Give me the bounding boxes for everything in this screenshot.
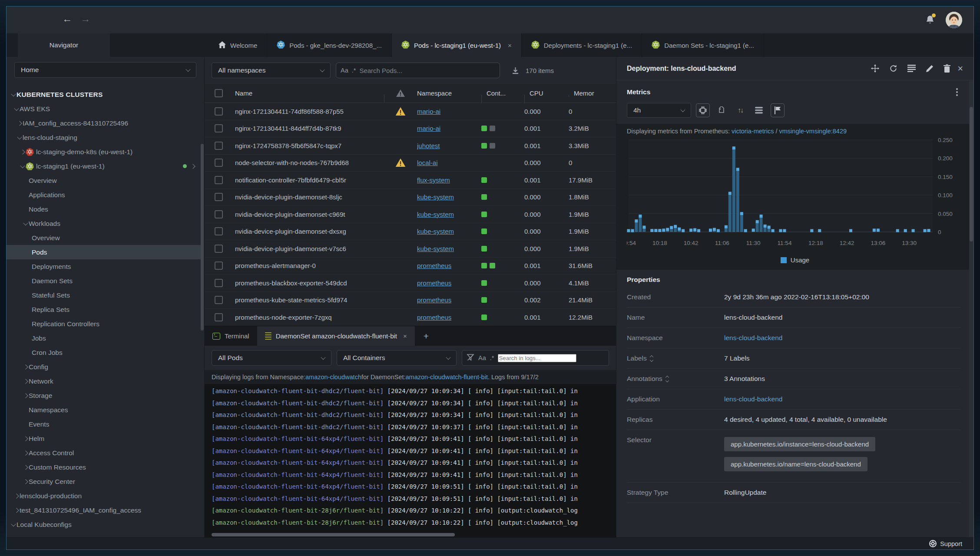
sidebar-item-cron-jobs[interactable]: Cron Jobs	[7, 345, 201, 360]
sidebar-item-replica-sets[interactable]: Replica Sets	[7, 302, 201, 317]
chevron-down-icon[interactable]	[22, 222, 29, 225]
dock-tab-terminal[interactable]: Terminal	[205, 326, 257, 346]
namespace-link[interactable]: prometheus	[417, 262, 451, 269]
namespace-link[interactable]: local-ai	[417, 159, 438, 166]
navigator-tab[interactable]: Navigator	[18, 33, 110, 57]
row-checkbox[interactable]	[215, 210, 223, 218]
table-row[interactable]: prometheus-blackbox-exporter-549dcdprome…	[205, 275, 616, 292]
column-header-cpu[interactable]: CPU	[524, 89, 569, 97]
row-checkbox[interactable]	[215, 159, 223, 167]
namespace-link[interactable]: kube-system	[417, 211, 454, 218]
support-button[interactable]: Support	[929, 540, 962, 547]
sidebar-item-iam-config-access-841310725496[interactable]: IAM_config_access-841310725496	[7, 116, 201, 130]
table-row[interactable]: notification-controller-7bfbfd6479-cbl5r…	[205, 172, 616, 189]
selector-badge[interactable]: app.kubernetes.io/instance=lens-cloud-ba…	[724, 437, 875, 451]
namespace-link[interactable]: flux-system	[417, 176, 450, 184]
column-header-namespace[interactable]: Namespace	[417, 89, 481, 97]
chevron-right-icon[interactable]	[22, 394, 29, 397]
namespace-link[interactable]: prometheus	[417, 296, 451, 304]
sidebar-item-jobs[interactable]: Jobs	[7, 331, 201, 345]
chevron-down-icon[interactable]	[10, 523, 17, 526]
log-info-namespace-link[interactable]: amazon-cloudwatch	[305, 374, 361, 381]
tab-welcome[interactable]: Welcome	[209, 33, 267, 57]
log-info-daemonset-link[interactable]: amazon-cloudwatch-fluent-bit	[406, 374, 488, 381]
new-dock-tab-button[interactable]: +	[415, 326, 437, 346]
namespace-link[interactable]: prometheus	[417, 314, 451, 321]
tab-daemon-sets-lc-staging1-e[interactable]: Daemon Sets - lc-staging1 (e...	[642, 33, 764, 57]
detail-scrollbar[interactable]	[970, 107, 973, 242]
sidebar-scrollbar[interactable]	[201, 144, 204, 331]
sidebar-item-nodes[interactable]: Nodes	[7, 202, 201, 216]
sidebar-item-workloads[interactable]: Workloads	[7, 216, 201, 231]
table-row[interactable]: prometheus-node-exporter-7zgxqprometheus…	[205, 309, 616, 326]
chevron-right-icon[interactable]	[22, 451, 29, 455]
pods-search-input[interactable]	[359, 67, 495, 74]
table-row[interactable]: prometheus-alertmanager-0prometheus0.001…	[205, 258, 616, 275]
sort-arrows-icon[interactable]: ↑↓	[733, 103, 747, 117]
namespace-link[interactable]: kube-system	[417, 193, 454, 201]
history-forward-button[interactable]: →	[80, 13, 90, 25]
match-case-toggle[interactable]: Aa	[341, 67, 348, 74]
match-case-toggle[interactable]: Aa	[478, 354, 486, 361]
chevron-right-icon[interactable]	[13, 494, 20, 498]
sidebar-item-daemon-sets[interactable]: Daemon Sets	[7, 274, 201, 288]
flag-icon[interactable]	[771, 103, 785, 117]
cpu-chip-icon[interactable]	[696, 103, 710, 117]
sidebar-item-applications[interactable]: Applications	[7, 188, 201, 202]
log-output[interactable]: [amazon-cloudwatch-fluent-bit-dhdc2/flue…	[205, 384, 616, 532]
chart-legend[interactable]: Usage	[616, 254, 973, 267]
chevron-down-icon[interactable]	[19, 165, 26, 168]
sidebar-item-test-841310725496-iam-config-access[interactable]: test_841310725496_IAM_config_access	[7, 503, 201, 517]
sidebar-item-replication-controllers[interactable]: Replication Controllers	[7, 317, 201, 331]
edit-pencil-icon[interactable]	[926, 65, 934, 73]
metrics-range-select[interactable]: 4h	[627, 103, 691, 118]
chevron-right-icon[interactable]	[22, 380, 29, 383]
column-header-memory[interactable]: Memor	[569, 89, 616, 97]
chevron-right-icon[interactable]	[16, 122, 23, 125]
sidebar-item-overview[interactable]: Overview	[7, 231, 201, 245]
close-icon[interactable]: ×	[957, 63, 963, 74]
tab-pods-gke-lens-dev-298208[interactable]: Pods - gke_lens-dev-298208_...	[267, 33, 392, 57]
row-checkbox[interactable]	[215, 107, 223, 116]
stacked-rows-icon[interactable]	[752, 103, 766, 117]
filter-off-icon[interactable]	[467, 354, 474, 362]
sidebar-item-lc-staging1-eu-west-1[interactable]: lc-staging1 (eu-west-1)	[7, 159, 201, 173]
chevron-down-icon[interactable]	[16, 136, 23, 139]
sidebar-item-kubernetes-clusters[interactable]: KUBERNETES CLUSTERS	[7, 87, 201, 102]
table-row[interactable]: nvidia-device-plugin-daemonset-v7sc6kube…	[205, 240, 616, 258]
dock-tab-logs[interactable]: DaemonSet amazon-cloudwatch-fluent-bit×	[257, 326, 415, 346]
close-icon[interactable]: ×	[403, 332, 407, 340]
move-icon[interactable]	[871, 64, 879, 73]
property-value-link[interactable]: lens-cloud-backend	[724, 334, 960, 342]
refresh-icon[interactable]	[889, 64, 897, 73]
tab-deployments-lc-staging1-e[interactable]: Deployments - lc-staging1 (e...	[522, 33, 642, 57]
log-search-input[interactable]	[498, 354, 576, 362]
property-value-link[interactable]: lens-cloud-backend	[724, 395, 960, 403]
delete-trash-icon[interactable]	[944, 64, 950, 73]
regex-toggle[interactable]: .*	[352, 67, 356, 74]
table-row[interactable]: nvidia-device-plugin-daemonset-dxsxgkube…	[205, 223, 616, 241]
metrics-source-link1[interactable]: victoria-metrics	[732, 128, 774, 135]
sidebar-item-overview[interactable]: Overview	[7, 173, 201, 188]
sidebar-item-helm[interactable]: Helm	[7, 431, 201, 446]
sidebar-item-stateful-sets[interactable]: Stateful Sets	[7, 288, 201, 302]
tag-icon[interactable]	[715, 103, 728, 117]
tab-pods-lc-staging1-eu-west-1[interactable]: Pods - lc-staging1 (eu-west-1)×	[392, 33, 522, 57]
sidebar-item-security-center[interactable]: Security Center	[7, 474, 201, 489]
download-icon[interactable]	[511, 66, 520, 75]
namespace-link[interactable]: kube-system	[417, 245, 454, 252]
column-header-containers[interactable]: Cont...	[481, 89, 524, 97]
sidebar-item-custom-resources[interactable]: Custom Resources	[7, 460, 201, 474]
sidebar-item-pods[interactable]: Pods	[7, 245, 201, 259]
sidebar-item-lc-staging-demo-k8s-eu-west-1[interactable]: lc-staging-demo-k8s (eu-west-1)	[7, 145, 201, 159]
regex-toggle[interactable]: .*	[490, 354, 494, 361]
catalog-scope-select[interactable]: Home	[14, 62, 196, 78]
sidebar-item-storage[interactable]: Storage	[7, 388, 201, 403]
row-checkbox[interactable]	[215, 296, 223, 304]
namespace-link[interactable]: prometheus	[417, 279, 451, 287]
sidebar-item-local-kubeconfigs[interactable]: Local Kubeconfigs	[7, 517, 201, 532]
table-row[interactable]: nvidia-device-plugin-daemonset-8sljckube…	[205, 189, 616, 206]
namespace-link[interactable]: kube-system	[417, 228, 454, 235]
sidebar-item-config[interactable]: Config	[7, 360, 201, 374]
namespace-link[interactable]: juhotest	[417, 142, 440, 149]
